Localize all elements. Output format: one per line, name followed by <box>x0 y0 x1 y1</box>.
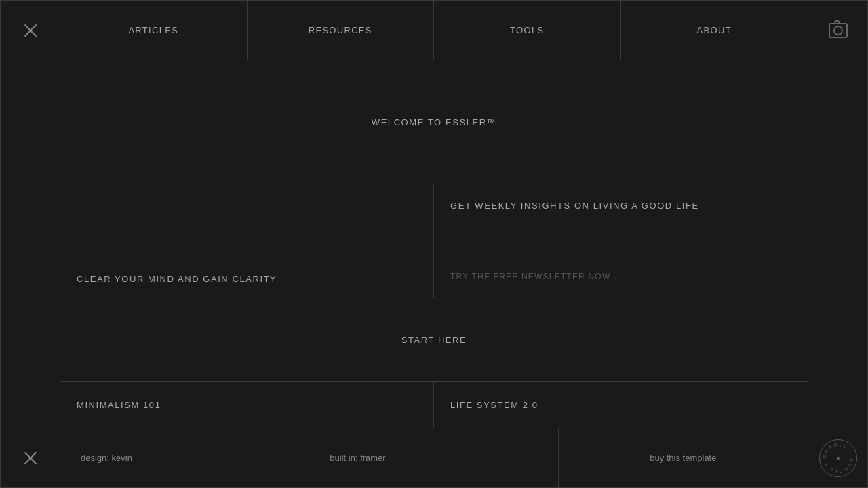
camera-icon <box>829 23 848 38</box>
life-system-label: LIFE SYSTEM 2.0 <box>450 400 538 410</box>
newsletter-cta: TRY THE FREE NEWSLETTER NOW ↓ <box>450 272 791 281</box>
footer-cta-button[interactable]: buy this template <box>559 428 808 487</box>
nav-resources[interactable]: RESOURCES <box>248 1 435 60</box>
nav-about[interactable]: ABOUT <box>621 1 808 60</box>
left-sidebar <box>1 60 60 428</box>
top-navigation: ARTICLES RESOURCES TOOLS ABOUT <box>60 1 808 60</box>
scroll-badge: SCROLL • SCROLL • <box>819 439 857 477</box>
clarity-section[interactable]: CLEAR YOUR MIND AND GAIN CLARITY <box>60 184 434 298</box>
welcome-section: WELCOME TO ESSLER™ <box>60 60 808 184</box>
x-logo-icon <box>21 21 40 40</box>
nav-articles[interactable]: ARTICLES <box>60 1 248 60</box>
newsletter-section[interactable]: GET WEEKLY INSIGHTS ON LIVING A GOOD LIF… <box>434 184 808 298</box>
newsletter-heading: GET WEEKLY INSIGHTS ON LIVING A GOOD LIF… <box>450 201 791 211</box>
minimalism-card[interactable]: MINIMALISM 101 <box>60 382 434 428</box>
cards-row: MINIMALISM 101 LIFE SYSTEM 2.0 <box>60 382 808 428</box>
life-system-card[interactable]: LIFE SYSTEM 2.0 <box>434 382 808 428</box>
main-content-area: WELCOME TO ESSLER™ CLEAR YOUR MIND AND G… <box>60 60 808 428</box>
scroll-circle-svg: SCROLL • SCROLL • <box>820 440 856 476</box>
scroll-badge-corner: SCROLL • SCROLL • <box>808 428 867 487</box>
welcome-title: WELCOME TO ESSLER™ <box>372 117 496 127</box>
start-label: START HERE <box>401 335 467 345</box>
footer-built: built in: framer <box>309 428 558 487</box>
x-logo-footer-icon <box>21 449 40 468</box>
camera-corner[interactable] <box>808 1 867 60</box>
nav-tools[interactable]: TOOLS <box>434 1 621 60</box>
start-section[interactable]: START HERE <box>60 298 808 382</box>
svg-point-1 <box>837 457 840 460</box>
insight-row: CLEAR YOUR MIND AND GAIN CLARITY GET WEE… <box>60 184 808 298</box>
minimalism-label: MINIMALISM 101 <box>77 400 161 410</box>
right-sidebar <box>808 60 867 428</box>
footer-logo-corner[interactable] <box>1 428 60 487</box>
footer-design: design: kevin <box>60 428 309 487</box>
clarity-text: CLEAR YOUR MIND AND GAIN CLARITY <box>77 274 277 284</box>
logo-corner[interactable] <box>1 1 60 60</box>
footer-bar: design: kevin built in: framer buy this … <box>60 428 808 487</box>
